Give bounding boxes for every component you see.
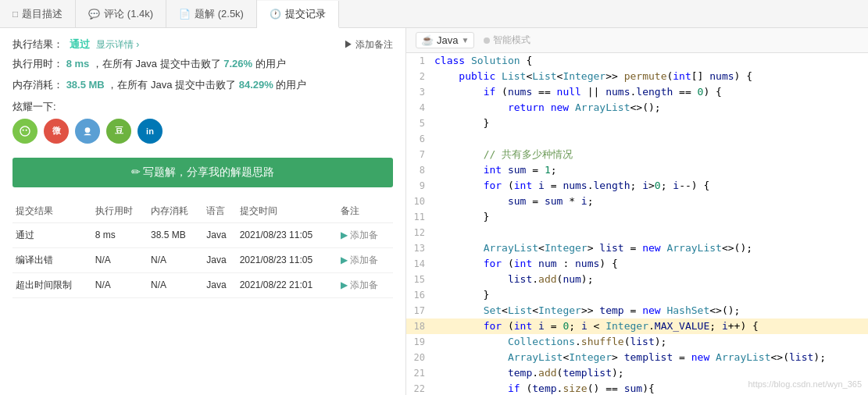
watermark: https://blog.csdn.net/wyn_365 <box>748 379 862 389</box>
table-row: 超出时间限制 N/A N/A Java 2021/08/22 21:01 ▶ 添… <box>13 272 393 297</box>
code-line-2: 2 public List<List<Integer>> permute(int… <box>406 69 868 84</box>
tab-submissions[interactable]: 🕐 提交记录 <box>257 1 339 28</box>
wechat-share-button[interactable] <box>13 119 38 144</box>
linkedin-share-button[interactable]: in <box>138 119 163 144</box>
submission-mem: 38.5 MB <box>148 222 203 247</box>
code-line-19: 19 Collections.shuffle(list); <box>406 334 868 350</box>
lang-icon: ☕ <box>421 34 434 46</box>
add-note-top[interactable]: ▶ 添加备注 <box>344 38 393 52</box>
lang-label: Java <box>437 34 458 46</box>
code-line-16: 16 } <box>406 287 868 303</box>
code-editor[interactable]: 1 class Solution { 2 public List<List<In… <box>406 53 868 395</box>
submission-time: 8 ms <box>92 222 148 247</box>
svg-point-0 <box>85 127 91 133</box>
qq-share-button[interactable] <box>75 119 100 144</box>
code-line-13: 13 ArrayList<Integer> list = new ArrayLi… <box>406 240 868 256</box>
submission-submit-time: 2021/08/23 11:05 <box>237 247 338 272</box>
smart-dot-icon <box>484 37 490 44</box>
time-row: 执行用时： 8 ms ，在所有 Java 提交中击败了 7.26% 的用户 <box>13 56 393 73</box>
editor-toolbar: ☕ Java ▼ 智能模式 <box>406 28 868 53</box>
code-line-7: 7 // 共有多少种情况 <box>406 147 868 162</box>
submission-note-cell[interactable]: ▶ 添加备 <box>338 272 393 297</box>
code-line-5: 5 } <box>406 116 868 131</box>
submission-mem: N/A <box>148 272 203 297</box>
douban-share-button[interactable]: 豆 <box>106 119 131 144</box>
result-section: 执行结果： 通过 显示详情 › ▶ 添加备注 执行用时： 8 ms ，在所有 J… <box>13 37 393 94</box>
code-line-4: 4 return new ArrayList<>(); <box>406 100 868 116</box>
tab-comments[interactable]: 💬 评论 (1.4k) <box>76 0 166 27</box>
code-line-6: 6 <box>406 131 868 147</box>
submission-result[interactable]: 编译出错 <box>13 247 92 272</box>
result-status: 通过 <box>70 37 90 52</box>
table-row: 编译出错 N/A N/A Java 2021/08/23 11:05 ▶ 添加备 <box>13 247 393 272</box>
submission-note-cell[interactable]: ▶ 添加备 <box>338 247 393 272</box>
submission-time: N/A <box>92 247 148 272</box>
smart-mode: 智能模式 <box>484 34 530 47</box>
chevron-down-icon: ▼ <box>461 36 469 44</box>
col-lang: 语言 <box>203 200 236 223</box>
code-line-8: 8 int sum = 1; <box>406 162 868 178</box>
table-row: 通过 8 ms 38.5 MB Java 2021/08/23 11:05 ▶ … <box>13 222 393 247</box>
code-wrapper: 1 class Solution { 2 public List<List<In… <box>406 53 868 395</box>
code-line-12: 12 <box>406 225 868 240</box>
share-icons: 微 豆 in <box>13 119 393 144</box>
clock-icon: 🕐 <box>270 9 281 20</box>
col-submit-time: 提交时间 <box>237 200 338 223</box>
code-line-18: 18 for (int i = 0; i < Integer.MAX_VALUE… <box>406 318 868 334</box>
col-result: 提交结果 <box>13 200 92 223</box>
col-note: 备注 <box>338 200 393 223</box>
code-line-1: 1 class Solution { <box>406 53 868 69</box>
code-line-9: 9 for (int i = nums.length; i>0; i--) { <box>406 178 868 194</box>
col-mem: 内存消耗 <box>148 200 203 223</box>
submission-time: N/A <box>92 272 148 297</box>
code-line-17: 17 Set<List<Integer>> temp = new HashSet… <box>406 303 868 318</box>
description-icon: □ <box>13 9 18 20</box>
submission-lang: Java <box>203 272 236 297</box>
code-line-10: 10 sum = sum * i; <box>406 194 868 209</box>
share-section: 炫耀一下: 微 豆 in <box>13 100 393 144</box>
col-time: 执行用时 <box>92 200 148 223</box>
solutions-icon: 📄 <box>179 9 191 20</box>
code-line-14: 14 for (int num : nums) { <box>406 256 868 272</box>
tab-solutions[interactable]: 📄 题解 (2.5k) <box>166 0 257 27</box>
code-line-11: 11 } <box>406 209 868 225</box>
submission-mem: N/A <box>148 247 203 272</box>
submission-lang: Java <box>203 247 236 272</box>
result-row: 执行结果： 通过 显示详情 › ▶ 添加备注 <box>13 37 393 52</box>
submission-submit-time: 2021/08/22 21:01 <box>237 272 338 297</box>
language-selector[interactable]: ☕ Java ▼ <box>416 32 474 48</box>
right-panel: ☕ Java ▼ 智能模式 1 class Solution { 2 publi… <box>406 28 868 395</box>
weibo-share-button[interactable]: 微 <box>44 119 69 144</box>
result-label: 执行结果： <box>13 37 63 52</box>
mem-row: 内存消耗： 38.5 MB ，在所有 Java 提交中击败了 84.29% 的用… <box>13 77 393 94</box>
left-panel: 执行结果： 通过 显示详情 › ▶ 添加备注 执行用时： 8 ms ，在所有 J… <box>0 28 406 395</box>
comment-icon: 💬 <box>88 9 100 20</box>
code-line-21: 21 temp.add(templist); <box>406 365 868 381</box>
write-solution-button[interactable]: ✏ 写题解，分享我的解题思路 <box>13 158 393 187</box>
result-detail-link[interactable]: 显示详情 › <box>96 38 139 52</box>
submission-note-cell[interactable]: ▶ 添加备 <box>338 222 393 247</box>
submission-result[interactable]: 超出时间限制 <box>13 272 92 297</box>
code-line-3: 3 if (nums == null || nums.length == 0) … <box>406 84 868 100</box>
code-line-20: 20 ArrayList<Integer> templist = new Arr… <box>406 350 868 365</box>
tab-description[interactable]: □ 题目描述 <box>0 0 76 27</box>
submission-result[interactable]: 通过 <box>13 222 92 247</box>
main-content: 执行结果： 通过 显示详情 › ▶ 添加备注 执行用时： 8 ms ，在所有 J… <box>0 28 868 395</box>
submission-submit-time: 2021/08/23 11:05 <box>237 222 338 247</box>
share-label: 炫耀一下: <box>13 100 393 114</box>
top-tabs: □ 题目描述 💬 评论 (1.4k) 📄 题解 (2.5k) 🕐 提交记录 <box>0 0 868 28</box>
submission-lang: Java <box>203 222 236 247</box>
code-line-15: 15 list.add(num); <box>406 272 868 287</box>
submissions-table: 提交结果 执行用时 内存消耗 语言 提交时间 备注 通过 8 ms 38.5 M… <box>13 200 393 298</box>
